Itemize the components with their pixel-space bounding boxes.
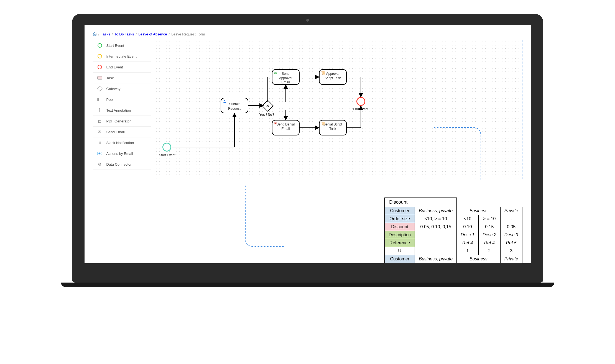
laptop-base xyxy=(72,271,543,283)
end-event-icon xyxy=(97,64,103,70)
send-email-icon: ✉ xyxy=(97,129,103,135)
discount-cell: > = 10 xyxy=(478,215,500,223)
send-approval-email-label: Send Approval Email xyxy=(275,72,296,85)
gateway-node[interactable]: ✕ xyxy=(262,100,273,112)
data-connector-icon: ⚙ xyxy=(97,162,103,167)
discount-row-label: U xyxy=(385,247,415,255)
submit-request-node[interactable]: Submit Request xyxy=(221,98,248,113)
submit-request-label: Submit Request xyxy=(224,102,245,111)
discount-cell: Ref 5 xyxy=(500,239,522,247)
palette-item-label: Slack Notification xyxy=(106,141,134,145)
actions-by-email-icon: 📧 xyxy=(97,151,103,156)
discount-cell: Business, private xyxy=(415,207,457,215)
discount-row-label: Discount xyxy=(385,223,415,231)
palette-item-actions-by-email[interactable]: 📧Actions by Email xyxy=(93,148,151,159)
start-event-label: Start Event xyxy=(159,153,175,157)
laptop-camera xyxy=(306,19,309,22)
discount-cell: <10 xyxy=(457,215,479,223)
palette-item-label: End Event xyxy=(106,65,123,69)
discount-row-label: Description xyxy=(385,231,415,239)
script-icon: 📜 xyxy=(321,122,325,126)
svg-point-0 xyxy=(224,100,225,101)
discount-cell: 2 xyxy=(478,247,500,255)
diagram-connectors xyxy=(151,40,522,179)
gateway-x-icon: ✕ xyxy=(266,104,269,108)
palette-item-pool[interactable]: Pool xyxy=(93,94,151,105)
discount-cell: Desc 3 xyxy=(500,231,522,239)
send-approval-email-node[interactable]: ✉ Send Approval Email xyxy=(272,69,300,85)
start-event-node[interactable] xyxy=(162,143,171,152)
breadcrumb-sep: / xyxy=(98,32,99,36)
send-denial-email-node[interactable]: ✉ Send Denial Email xyxy=(272,120,300,135)
gateway-icon xyxy=(97,86,103,91)
discount-cell: Ref 4 xyxy=(478,239,500,247)
element-palette: Start EventIntermediate EventEnd EventTa… xyxy=(93,40,151,179)
palette-item-slack-notification[interactable]: ⌗Slack Notification xyxy=(93,137,151,148)
breadcrumb-sep: / xyxy=(169,32,170,36)
palette-item-send-email[interactable]: ✉Send Email xyxy=(93,127,151,137)
discount-cell: Business xyxy=(457,207,501,215)
discount-cell: 3 xyxy=(500,247,522,255)
discount-cell: <10, > = 10 xyxy=(415,215,457,223)
palette-item-data-connector[interactable]: ⚙Data Connector xyxy=(93,159,151,170)
palette-item-intermediate-event[interactable]: Intermediate Event xyxy=(93,51,151,62)
discount-table: DiscountCustomerBusiness, privateBusines… xyxy=(384,198,522,263)
breadcrumb-link-leave[interactable]: Leave of Absence xyxy=(138,32,167,36)
user-icon xyxy=(223,99,226,104)
palette-item-task[interactable]: Task xyxy=(93,73,151,83)
discount-cell: 0.15 xyxy=(478,223,500,231)
home-icon[interactable] xyxy=(93,32,97,37)
discount-cell: 1 xyxy=(457,247,479,255)
discount-cell xyxy=(415,231,457,239)
slack-notification-icon: ⌗ xyxy=(97,140,103,145)
approval-script-task-label: Approval Script Task xyxy=(322,72,343,80)
palette-item-end-event[interactable]: End Event xyxy=(93,62,151,73)
mail-icon: ✉ xyxy=(274,71,277,75)
breadcrumb-link-todo[interactable]: To Do Tasks xyxy=(114,32,134,36)
discount-cell: Private xyxy=(500,255,522,263)
denial-script-task-node[interactable]: 📜 Denial Script Task xyxy=(319,120,347,135)
workspace: Start EventIntermediate EventEnd EventTa… xyxy=(93,40,522,179)
discount-cell: Business xyxy=(457,255,501,263)
discount-row-label: Order size xyxy=(385,215,415,223)
task-icon xyxy=(97,75,103,81)
palette-item-gateway[interactable]: Gateway xyxy=(93,83,151,94)
end-event-node[interactable] xyxy=(356,97,365,106)
discount-cell: Ref 4 xyxy=(457,239,479,247)
mail-icon: ✉ xyxy=(274,122,277,126)
laptop-frame: / Tasks / To Do Tasks / Leave of Absence… xyxy=(72,14,543,287)
breadcrumb-sep: / xyxy=(112,32,113,36)
pdf-generator-icon: 🖹 xyxy=(97,118,103,124)
gateway-label: Yes / No? xyxy=(259,113,274,117)
laptop-bezel: / Tasks / To Do Tasks / Leave of Absence… xyxy=(72,14,543,271)
palette-item-pdf-generator[interactable]: 🖹PDF Generator xyxy=(93,116,151,127)
script-icon: 📜 xyxy=(321,71,325,75)
palette-item-label: PDF Generator xyxy=(106,119,131,123)
palette-item-label: Task xyxy=(106,76,114,80)
palette-item-label: Intermediate Event xyxy=(106,54,137,58)
discount-cell: Desc 1 xyxy=(457,231,479,239)
discount-cell: - xyxy=(500,215,522,223)
intermediate-event-icon xyxy=(97,53,103,59)
discount-cell: Business, private xyxy=(415,255,457,263)
palette-item-text-annotation[interactable]: [Text Annotation xyxy=(93,105,151,116)
discount-cell xyxy=(415,239,457,247)
palette-item-label: Text Annotation xyxy=(106,108,131,112)
palette-item-start-event[interactable]: Start Event xyxy=(93,40,151,51)
discount-cell: Desc 2 xyxy=(478,231,500,239)
palette-item-label: Start Event xyxy=(106,43,124,48)
denial-script-task-label: Denial Script Task xyxy=(322,122,343,131)
diagram-canvas[interactable]: Start Event Submit Request ✕ Yes xyxy=(151,40,522,179)
app-container: / Tasks / To Do Tasks / Leave of Absence… xyxy=(85,25,531,186)
discount-table-panel: DiscountCustomerBusiness, privateBusines… xyxy=(384,198,522,263)
palette-item-label: Actions by Email xyxy=(106,152,133,156)
approval-script-task-node[interactable]: 📜 Approval Script Task xyxy=(319,69,347,85)
breadcrumb-link-tasks[interactable]: Tasks xyxy=(101,32,110,36)
breadcrumb: / Tasks / To Do Tasks / Leave of Absence… xyxy=(93,32,522,37)
send-denial-email-label: Send Denial Email xyxy=(275,122,296,131)
discount-cell: 0.10 xyxy=(457,223,479,231)
palette-item-label: Data Connector xyxy=(106,162,132,166)
laptop-foot xyxy=(61,283,554,287)
discount-row-label: Customer xyxy=(385,207,415,215)
palette-item-label: Send Email xyxy=(106,130,125,134)
